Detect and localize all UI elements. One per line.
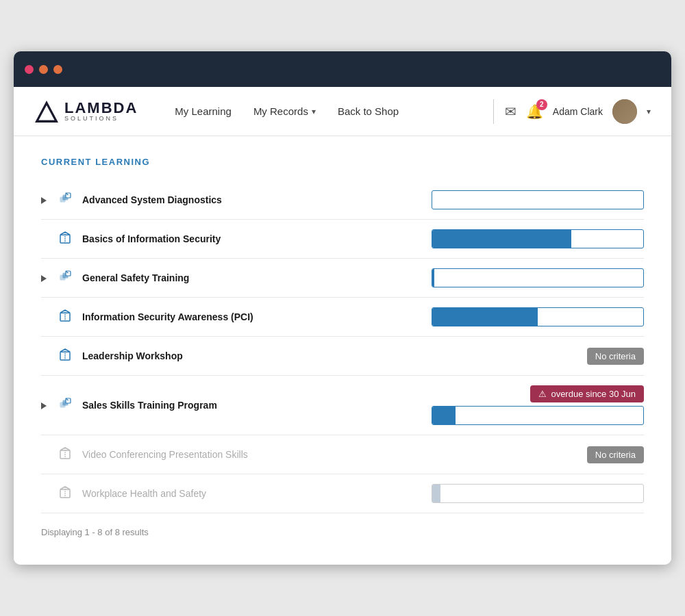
progress-fill [432, 485, 440, 502]
icon-cell [58, 376, 82, 435]
svg-marker-0 [37, 103, 57, 121]
icon-cell [58, 181, 82, 220]
course-title[interactable]: Sales Skills Training Program [82, 376, 432, 435]
progress-cell: 50% [432, 298, 644, 337]
avatar[interactable] [612, 99, 637, 124]
cube-icon [58, 307, 74, 324]
course-title[interactable]: Information Security Awareness (PCI) [82, 298, 432, 337]
progress-label: 50% [643, 312, 644, 322]
expand-cell [41, 298, 58, 337]
expand-cell [41, 220, 58, 259]
expand-cell[interactable] [41, 181, 58, 220]
nav-divider [493, 99, 494, 124]
no-criteria-badge: No criteria [587, 446, 644, 463]
expand-arrow-icon[interactable] [41, 197, 47, 204]
main-content: CURRENT LEARNING Advanced System Diagnos… [14, 136, 671, 565]
cube-icon [58, 346, 74, 363]
nav-right: ✉ 🔔 2 Adam Clark ▾ [505, 99, 651, 124]
chevron-down-icon: ▾ [312, 107, 316, 116]
course-title[interactable]: General Safety Training [82, 259, 432, 298]
logo-solutions: SOLUTIONS [64, 116, 138, 122]
app-window: LAMBDA SOLUTIONS My Learning My Records … [14, 51, 671, 565]
expand-arrow-icon[interactable] [41, 275, 47, 282]
logo[interactable]: LAMBDA SOLUTIONS [34, 99, 138, 124]
table-row: Leadership WorkshopNo criteria [41, 337, 644, 376]
icon-cell [58, 220, 82, 259]
nav-my-learning[interactable]: My Learning [165, 100, 241, 123]
course-title[interactable]: Basics of Information Security [82, 220, 432, 259]
table-row: Video Conferencing Presentation SkillsNo… [41, 435, 644, 474]
section-title: CURRENT LEARNING [41, 157, 644, 167]
title-bar [14, 51, 671, 87]
table-row: General Safety Training1% [41, 259, 644, 298]
user-dropdown-chevron[interactable]: ▾ [647, 107, 651, 116]
cube-icon [58, 229, 74, 246]
progress-cell: No criteria [432, 337, 644, 376]
table-row: Sales Skills Training Program⚠ overdue s… [41, 376, 644, 435]
expand-cell [41, 337, 58, 376]
progress-fill [432, 269, 434, 287]
expand-cell [41, 474, 58, 513]
bell-icon[interactable]: 🔔 2 [526, 103, 543, 120]
icon-cell [58, 298, 82, 337]
cube-icon [58, 484, 74, 500]
mail-icon[interactable]: ✉ [505, 103, 516, 120]
icon-cell [58, 435, 82, 474]
avatar-image [612, 99, 637, 124]
user-name: Adam Clark [553, 106, 603, 117]
dot-close[interactable] [25, 65, 34, 74]
icon-cell [58, 474, 82, 513]
icon-cell [58, 337, 82, 376]
progress-label: 4% [643, 489, 644, 499]
table-row: Information Security Awareness (PCI)50% [41, 298, 644, 337]
expand-arrow-icon[interactable] [41, 402, 47, 409]
progress-label: 0% [643, 195, 644, 205]
progress-cell: 66% [432, 220, 644, 259]
progress-cell: 4% [432, 474, 644, 513]
progress-cell: No criteria [432, 435, 644, 474]
table-row: Advanced System Diagnostics0% [41, 181, 644, 220]
no-criteria-badge: No criteria [587, 348, 644, 365]
cube-icon [58, 445, 74, 461]
progress-bar: 11% [432, 406, 644, 425]
progress-label: 66% [643, 234, 644, 244]
progress-fill [432, 308, 538, 326]
progress-label: 11% [643, 411, 644, 421]
overdue-row: ⚠ overdue since 30 Jun11% [432, 385, 644, 425]
progress-bar: 0% [432, 190, 644, 209]
progress-fill [432, 230, 571, 248]
navbar: LAMBDA SOLUTIONS My Learning My Records … [14, 87, 671, 136]
table-row: Basics of Information Security66% [41, 220, 644, 259]
progress-bar: 1% [432, 268, 644, 287]
course-title[interactable]: Advanced System Diagnostics [82, 181, 432, 220]
progress-bar: 66% [432, 229, 644, 248]
nav-links: My Learning My Records ▾ Back to Shop [165, 100, 482, 123]
progress-cell: ⚠ overdue since 30 Jun11% [432, 376, 644, 435]
progress-cell: 0% [432, 181, 644, 220]
course-title[interactable]: Leadership Workshop [82, 337, 432, 376]
course-title[interactable]: Video Conferencing Presentation Skills [82, 435, 432, 474]
nav-back-to-shop[interactable]: Back to Shop [328, 100, 408, 123]
table-row: Workplace Health and Safety4% [41, 474, 644, 513]
progress-fill [432, 407, 456, 424]
progress-bar: 4% [432, 484, 644, 503]
dot-maximize[interactable] [53, 65, 62, 74]
results-footer: Displaying 1 - 8 of 8 results [41, 527, 644, 537]
overdue-badge: ⚠ overdue since 30 Jun [530, 385, 644, 402]
package-group-icon [58, 268, 74, 285]
package-group-icon [58, 396, 74, 412]
course-title[interactable]: Workplace Health and Safety [82, 474, 432, 513]
warning-icon: ⚠ [538, 389, 547, 399]
notification-badge: 2 [536, 99, 547, 110]
logo-text: LAMBDA SOLUTIONS [64, 101, 138, 122]
package-group-icon [58, 190, 74, 207]
logo-lambda: LAMBDA [64, 101, 138, 116]
learning-table: Advanced System Diagnostics0% Basics of … [41, 181, 644, 513]
expand-cell[interactable] [41, 376, 58, 435]
progress-bar: 50% [432, 307, 644, 326]
dot-minimize[interactable] [39, 65, 48, 74]
expand-cell[interactable] [41, 259, 58, 298]
nav-my-records[interactable]: My Records ▾ [244, 100, 325, 123]
icon-cell [58, 259, 82, 298]
expand-cell [41, 435, 58, 474]
